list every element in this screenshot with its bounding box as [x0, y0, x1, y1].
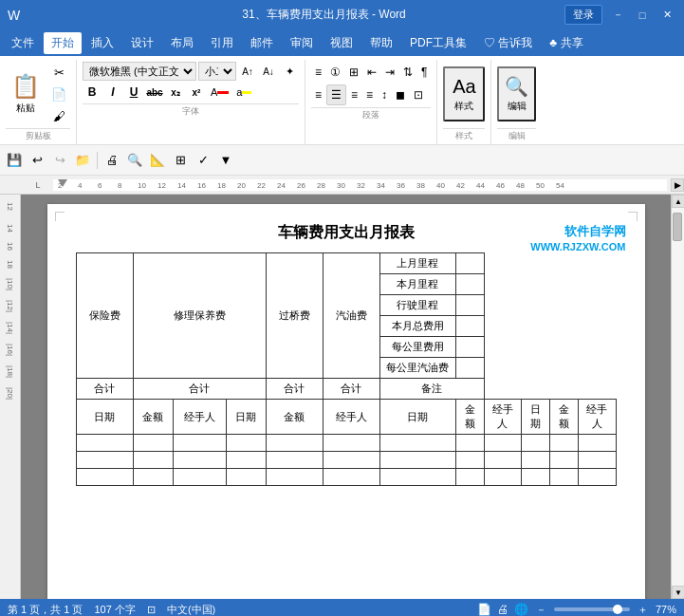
cell-per-km-cost: 每公里费用 — [379, 337, 455, 358]
document-area[interactable]: 软件自学网 WWW.RJZXW.COM 车辆费用支出月报表 保险费 修理保养费 … — [21, 195, 671, 599]
strikethrough-btn[interactable]: abc — [145, 83, 164, 102]
italic-btn[interactable]: I — [103, 83, 122, 102]
superscript-btn[interactable]: x² — [187, 83, 206, 102]
d3c2 — [133, 469, 173, 486]
d1c7 — [379, 435, 455, 452]
minimize-button[interactable]: － — [608, 6, 627, 25]
table-button[interactable]: ⊞ — [170, 150, 191, 171]
ribbon: 📋 粘贴 ✂ 📄 🖌 剪贴板 微软雅黑 (中文正文) 小二 — [0, 56, 684, 145]
zoom-minus-btn[interactable]: － — [534, 603, 548, 617]
show-marks-btn[interactable]: ¶ — [417, 62, 431, 83]
menu-item-邮件[interactable]: 邮件 — [243, 32, 281, 54]
right-scrollbar: ▲ ▼ — [671, 195, 684, 599]
open-button[interactable]: 📁 — [72, 150, 93, 171]
v-ruler-mark6: |12| — [6, 300, 14, 312]
detail-handler-4b: 经手人 — [578, 400, 616, 435]
redo-button[interactable]: ↪ — [49, 150, 70, 171]
align-right-btn[interactable]: ≡ — [347, 84, 361, 105]
line-spacing-btn[interactable]: ↕ — [378, 84, 391, 105]
justify-btn[interactable]: ≡ — [362, 84, 377, 105]
font-color-btn[interactable]: A — [208, 84, 231, 100]
v-ruler-mark: 12 — [6, 198, 14, 215]
scroll-up-btn[interactable]: ▲ — [672, 195, 684, 208]
bullets-btn[interactable]: ≡ — [311, 62, 325, 83]
save-button[interactable]: 💾 — [4, 150, 25, 171]
cut-button[interactable]: ✂ — [47, 62, 70, 83]
zoom-thumb[interactable] — [613, 605, 622, 614]
restore-button[interactable]: □ — [633, 6, 652, 25]
login-button[interactable]: 登录 — [564, 5, 602, 25]
more-button[interactable]: ▼ — [215, 150, 236, 171]
increase-font-btn[interactable]: A↑ — [238, 63, 257, 80]
scroll-track[interactable] — [672, 208, 684, 586]
styles-icon: Aa — [453, 76, 475, 98]
format-painter-button[interactable]: 🖌 — [47, 105, 70, 126]
detail-handler-2: 经手人 — [323, 400, 379, 435]
font-size-select[interactable]: 小二 — [198, 62, 236, 81]
check-button[interactable]: ✓ — [193, 150, 213, 171]
d2c11 — [550, 452, 579, 469]
underline-btn[interactable]: U — [124, 83, 143, 102]
close-button[interactable]: ✕ — [657, 6, 676, 25]
menu-item-♣ 共享[interactable]: ♣ 共享 — [542, 32, 590, 54]
align-center-btn[interactable]: ☰ — [326, 84, 346, 105]
word-count: 107 个字 — [94, 603, 135, 617]
d1c6 — [323, 435, 379, 452]
menu-item-布局[interactable]: 布局 — [163, 32, 201, 54]
multilevel-btn[interactable]: ⊞ — [345, 62, 362, 83]
search-button[interactable]: 🔍 编辑 — [497, 66, 536, 121]
undo-button[interactable]: ↩ — [27, 150, 47, 171]
menu-item-PDF工具集[interactable]: PDF工具集 — [402, 32, 474, 54]
cell-empty-2 — [455, 295, 484, 316]
print-button[interactable]: 🖨 — [102, 150, 122, 171]
menu-item-视图[interactable]: 视图 — [323, 32, 360, 54]
view-mode-print[interactable]: 🖨 — [497, 603, 508, 616]
cell-monthly-total: 本月总费用 — [379, 316, 455, 337]
status-bar: 第 1 页，共 1 页 107 个字 ⊡ 中文(中国) 📄 🖨 🌐 － ＋ 77… — [0, 599, 684, 616]
ruler-scroll-right[interactable]: ▶ — [671, 178, 684, 192]
menu-item-♡ 告诉我[interactable]: ♡ 告诉我 — [476, 32, 540, 54]
detail-date-3: 日期 — [379, 400, 455, 435]
page-info: 第 1 页，共 1 页 — [8, 603, 83, 617]
align-left-btn[interactable]: ≡ — [311, 84, 325, 105]
bold-btn[interactable]: B — [83, 83, 102, 102]
scroll-down-btn[interactable]: ▼ — [672, 586, 684, 599]
shading-btn[interactable]: ◼ — [392, 84, 409, 105]
decrease-font-btn[interactable]: A↓ — [259, 63, 278, 80]
paste-button[interactable]: 📋 粘贴 — [6, 66, 46, 121]
view-mode-read[interactable]: 📄 — [477, 603, 491, 616]
summary-notes: 备注 — [379, 379, 484, 400]
d2c4 — [226, 452, 266, 469]
view-mode-web[interactable]: 🌐 — [514, 603, 528, 616]
decrease-indent-btn[interactable]: ⇤ — [363, 62, 380, 83]
d1c3 — [173, 435, 226, 452]
menu-item-文件[interactable]: 文件 — [4, 32, 42, 54]
menu-item-设计[interactable]: 设计 — [123, 32, 161, 54]
format-button[interactable]: 📐 — [147, 150, 168, 171]
highlight-btn[interactable]: a — [233, 84, 254, 100]
font-name-select[interactable]: 微软雅黑 (中文正文) — [83, 62, 196, 81]
sort-btn[interactable]: ⇅ — [399, 62, 416, 83]
toolbar: 💾 ↩ ↪ 📁 🖨 🔍 📐 ⊞ ✓ ▼ — [0, 145, 684, 176]
zoom-plus-btn[interactable]: ＋ — [636, 603, 650, 617]
menu-item-帮助[interactable]: 帮助 — [362, 32, 400, 54]
d3c10 — [522, 469, 550, 486]
copy-button[interactable]: 📄 — [47, 84, 70, 104]
menu-item-开始[interactable]: 开始 — [44, 32, 82, 54]
increase-indent-btn[interactable]: ⇥ — [381, 62, 398, 83]
detail-date-2: 日期 — [226, 400, 266, 435]
preview-button[interactable]: 🔍 — [124, 150, 145, 171]
subscript-btn[interactable]: x₂ — [166, 83, 185, 102]
clear-format-btn[interactable]: ✦ — [280, 63, 299, 80]
styles-button[interactable]: Aa 样式 — [443, 66, 485, 121]
border-btn[interactable]: ⊡ — [410, 84, 427, 105]
zoom-slider[interactable] — [554, 607, 630, 611]
detail-amount-1: 金额 — [133, 400, 173, 435]
language: 中文(中国) — [167, 603, 215, 617]
summary-fuel: 合计 — [323, 379, 379, 400]
menu-item-插入[interactable]: 插入 — [83, 32, 121, 54]
numbering-btn[interactable]: ① — [326, 62, 344, 83]
scroll-thumb[interactable] — [673, 213, 682, 241]
menu-item-引用[interactable]: 引用 — [203, 32, 241, 54]
menu-item-审阅[interactable]: 审阅 — [283, 32, 321, 54]
